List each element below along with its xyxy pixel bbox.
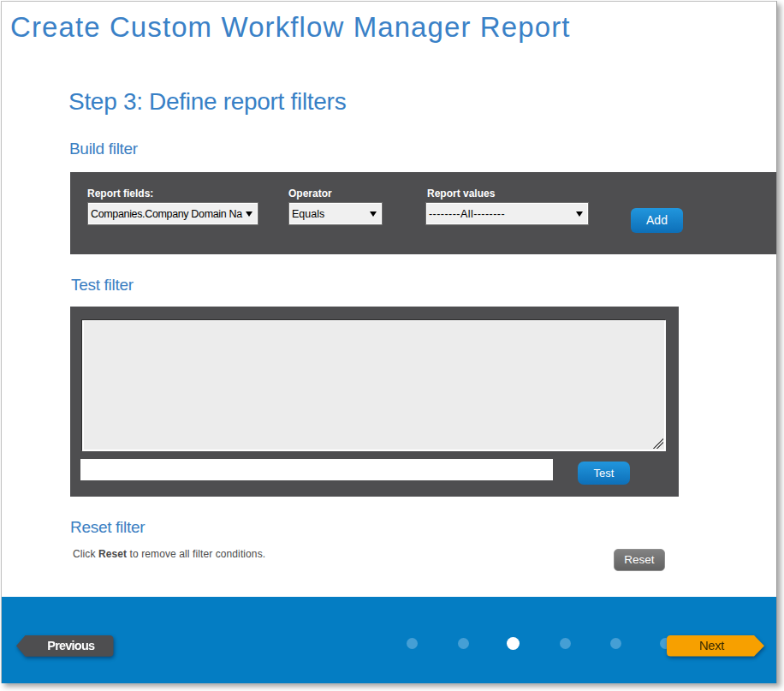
svg-text:Previous: Previous <box>47 638 95 652</box>
svg-text:Next: Next <box>699 638 725 652</box>
